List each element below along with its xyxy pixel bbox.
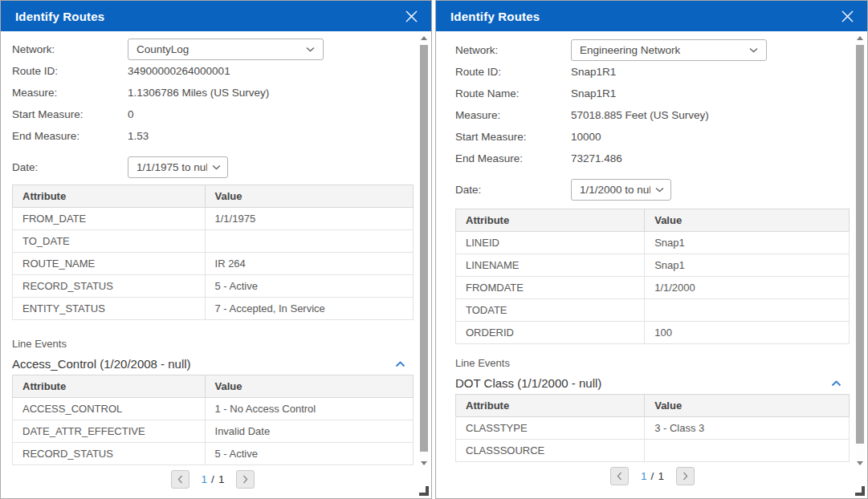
value-cell xyxy=(205,230,413,253)
field-row-date: Date:1/1/1975 to null xyxy=(12,156,414,178)
chevron-up-icon[interactable] xyxy=(395,361,405,367)
table-row: TODATE xyxy=(456,299,850,322)
table-row: FROM_DATE1/1/1975 xyxy=(13,208,414,230)
table-header-row: AttributeValue xyxy=(13,375,414,398)
table-row: ROUTE_NAMEIR 264 xyxy=(13,253,414,275)
line-event-section-header[interactable]: DOT Class (1/1/2000 - null) xyxy=(455,374,850,392)
resize-handle-icon[interactable] xyxy=(855,486,865,496)
chevron-down-icon xyxy=(749,47,758,53)
page-indicator: 1 / 1 xyxy=(641,470,664,482)
value-cell: 1 - No Access Control xyxy=(205,398,413,420)
field-row-measure: Measure:57018.885 Feet (US Survey) xyxy=(455,104,850,126)
attribute-cell: DATE_ATTR_EFFECTIVE xyxy=(13,420,206,443)
field-label-measure: Measure: xyxy=(455,109,571,121)
vertical-scrollbar[interactable] xyxy=(855,34,865,465)
next-page-button[interactable] xyxy=(676,467,695,485)
attribute-cell: TO_DATE xyxy=(13,230,206,253)
dialog-header[interactable]: Identify Routes xyxy=(436,1,867,31)
attribute-cell: LINENAME xyxy=(456,254,645,277)
resize-handle-icon[interactable] xyxy=(419,486,429,496)
network-select[interactable]: CountyLog xyxy=(128,39,324,60)
field-label-end-measure: End Measure: xyxy=(455,152,571,164)
table-row: ACCESS_CONTROL1 - No Access Control xyxy=(13,398,414,420)
event-attribute-table: AttributeValueACCESS_CONTROL1 - No Acces… xyxy=(12,375,414,465)
field-row-end-measure: End Measure:1.53 xyxy=(12,125,414,147)
attribute-cell: ORDERID xyxy=(456,322,645,344)
prev-page-button[interactable] xyxy=(171,470,189,489)
field-row-measure: Measure:1.1306786 Miles (US Survey) xyxy=(12,82,414,103)
close-icon[interactable] xyxy=(838,7,856,25)
field-value-measure: 1.1306786 Miles (US Survey) xyxy=(128,87,269,99)
table-row: DATE_ATTR_EFFECTIVEInvalid Date xyxy=(13,420,414,443)
chevron-down-icon xyxy=(655,187,664,193)
attribute-cell: FROM_DATE xyxy=(13,208,206,230)
scroll-down-icon[interactable] xyxy=(857,461,863,465)
column-header-attribute: Attribute xyxy=(13,375,206,398)
table-row: CLASSSOURCE xyxy=(456,440,850,462)
route-attribute-table: AttributeValueFROM_DATE1/1/1975TO_DATERO… xyxy=(12,185,414,320)
scrollbar-thumb[interactable] xyxy=(856,45,864,444)
field-value-end-measure: 73271.486 xyxy=(571,152,622,164)
date-select[interactable]: 1/1/1975 to null xyxy=(128,156,228,178)
scroll-down-icon[interactable] xyxy=(421,461,427,465)
attribute-cell: ACCESS_CONTROL xyxy=(13,398,206,420)
field-row-route-name: Route Name:Snap1R1 xyxy=(455,83,850,104)
table-row: ORDERID100 xyxy=(456,322,850,344)
field-label-start-measure: Start Measure: xyxy=(12,108,128,120)
field-label-route-id: Route ID: xyxy=(455,66,571,78)
scroll-up-icon[interactable] xyxy=(421,36,427,40)
table-row: CLASSTYPE3 - Class 3 xyxy=(456,417,850,440)
table-row: RECORD_STATUS5 - Active xyxy=(13,443,414,465)
chevron-up-icon[interactable] xyxy=(831,380,842,387)
event-attribute-table: AttributeValueCLASSTYPE3 - Class 3CLASSS… xyxy=(455,394,850,462)
field-row-network: Network:CountyLog xyxy=(12,39,414,60)
close-icon[interactable] xyxy=(402,7,420,25)
column-header-attribute: Attribute xyxy=(456,395,645,417)
field-label-network: Network: xyxy=(12,43,128,55)
value-cell: 7 - Accepted, In Service xyxy=(205,298,413,320)
attribute-cell: CLASSSOURCE xyxy=(456,440,645,462)
total-pages: 1 xyxy=(658,470,664,482)
value-cell: IR 264 xyxy=(205,253,413,275)
next-page-button[interactable] xyxy=(236,470,255,489)
line-event-section-title: DOT Class (1/1/2000 - null) xyxy=(455,376,601,390)
network-select[interactable]: Engineering Network xyxy=(571,39,767,61)
line-event-section-header[interactable]: Access_Control (1/20/2008 - null) xyxy=(12,355,414,373)
pagination: 1 / 1 xyxy=(455,467,850,485)
prev-page-button[interactable] xyxy=(610,467,629,485)
date-select[interactable]: 1/1/2000 to null xyxy=(571,179,671,201)
value-cell xyxy=(645,440,850,462)
field-row-start-measure: Start Measure:0 xyxy=(12,103,414,125)
chevron-down-icon xyxy=(306,47,315,52)
identify-routes-dialog-right: Identify Routes Network:Engineering Netw… xyxy=(435,0,868,499)
value-cell: Invalid Date xyxy=(205,420,413,443)
dialog-header[interactable]: Identify Routes xyxy=(1,1,431,31)
column-header-value: Value xyxy=(205,375,413,398)
field-label-date: Date: xyxy=(455,184,571,196)
selected-option: CountyLog xyxy=(137,43,189,55)
dialog-title: Identify Routes xyxy=(450,10,838,23)
attribute-cell: FROMDATE xyxy=(456,277,645,299)
value-cell: 5 - Active xyxy=(205,443,413,465)
route-attribute-table: AttributeValueLINEIDSnap1LINENAMESnap1FR… xyxy=(455,209,850,344)
attribute-cell: RECORD_STATUS xyxy=(13,275,206,298)
table-header-row: AttributeValue xyxy=(13,185,414,208)
scrollbar-thumb[interactable] xyxy=(420,45,428,452)
table-header-row: AttributeValue xyxy=(456,395,850,417)
field-row-network: Network:Engineering Network xyxy=(455,39,850,61)
field-row-end-measure: End Measure:73271.486 xyxy=(455,148,850,169)
table-row: TO_DATE xyxy=(13,230,414,253)
pagination: 1 / 1 xyxy=(12,470,414,489)
field-row-route-id: Route ID:Snap1R1 xyxy=(455,61,850,83)
field-list: Network:Engineering NetworkRoute ID:Snap… xyxy=(455,39,850,201)
field-value-start-measure: 0 xyxy=(128,108,134,120)
value-cell: 1/1/2000 xyxy=(645,277,850,299)
value-cell: Snap1 xyxy=(645,232,850,254)
table-row: ENTITY_STATUS7 - Accepted, In Service xyxy=(13,298,414,320)
vertical-scrollbar[interactable] xyxy=(419,34,429,465)
table-row: FROMDATE1/1/2000 xyxy=(456,277,850,299)
total-pages: 1 xyxy=(218,473,225,485)
line-events-label: Line Events xyxy=(455,357,850,370)
column-header-attribute: Attribute xyxy=(13,185,206,208)
scroll-up-icon[interactable] xyxy=(857,36,863,40)
